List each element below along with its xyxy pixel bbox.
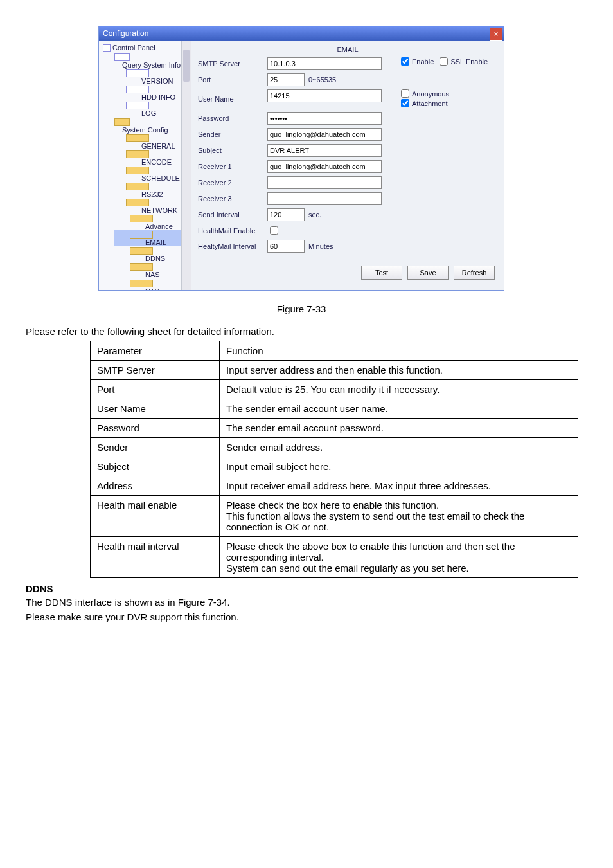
ssl-label: SSL Enable: [450, 58, 488, 66]
folder-icon: [126, 150, 149, 158]
func-cell: Sender email address.: [220, 438, 578, 457]
health-interval-label: HealtyMail Interval: [198, 242, 262, 250]
param-cell: Port: [91, 380, 220, 399]
func-cell: Input server address and then enable thi…: [220, 361, 578, 380]
smtp-label: SMTP Server: [198, 60, 262, 68]
interval-unit: sec.: [308, 211, 321, 219]
port-hint: 0~65535: [308, 76, 336, 84]
panel-icon: [103, 44, 111, 52]
recv1-label: Receiver 1: [198, 163, 262, 170]
folder-icon: [130, 231, 153, 239]
func-cell: Input email subject here.: [220, 457, 578, 476]
folder-icon: [126, 183, 149, 190]
param-cell: Sender: [91, 438, 220, 457]
smtp-input[interactable]: [267, 57, 382, 70]
file-icon: [126, 86, 149, 93]
recv2-label: Receiver 2: [198, 179, 262, 186]
tree-scrollbar[interactable]: [181, 41, 191, 290]
pane-title: EMAIL: [198, 44, 497, 57]
figure-caption: Figure 7-33: [26, 303, 577, 314]
user-input[interactable]: [267, 89, 382, 102]
sender-input[interactable]: [267, 128, 382, 141]
table-row: Health mail intervalPlease check the abo…: [91, 537, 578, 578]
func-cell: Input receiver email address here. Max i…: [220, 476, 578, 496]
recv1-input[interactable]: [267, 160, 382, 173]
table-row: PasswordThe sender email account passwor…: [91, 419, 578, 438]
param-cell: Password: [91, 419, 220, 438]
file-icon: [126, 69, 149, 77]
anon-checkbox[interactable]: [401, 89, 409, 98]
anon-label: Anonymous: [412, 90, 449, 98]
file-icon: [126, 102, 149, 109]
table-row: User NameThe sender email account user n…: [91, 399, 578, 419]
window-titlebar: Configuration ×: [99, 26, 504, 41]
file-icon: [114, 53, 130, 61]
table-row: SenderSender email address.: [91, 438, 578, 457]
param-cell: Health mail enable: [91, 496, 220, 537]
folder-icon: [130, 280, 153, 287]
table-head-param: Parameter: [91, 341, 220, 361]
intro-text: Please refer to the following sheet for …: [26, 326, 577, 337]
window-title: Configuration: [103, 29, 148, 38]
refresh-button[interactable]: Refresh: [454, 266, 495, 280]
subject-input[interactable]: [267, 144, 382, 157]
user-label: User Name: [198, 95, 262, 103]
folder-icon: [130, 247, 153, 255]
ddns-line2: Please make sure your DVR support this f…: [26, 611, 577, 622]
pass-label: Password: [198, 114, 262, 122]
ssl-checkbox[interactable]: [440, 57, 448, 66]
folder-icon: [126, 134, 149, 142]
recv3-input[interactable]: [267, 192, 382, 205]
health-interval-unit: Minutes: [308, 242, 333, 250]
close-icon[interactable]: ×: [490, 28, 502, 41]
sender-label: Sender: [198, 131, 262, 138]
ddns-line1: The DDNS interface is shown as in Figure…: [26, 597, 577, 608]
pass-input[interactable]: [267, 112, 382, 125]
folder-icon: [130, 215, 153, 222]
table-row: SubjectInput email subject here.: [91, 457, 578, 476]
attach-label: Attachment: [412, 100, 448, 107]
func-cell: The sender email account password.: [220, 419, 578, 438]
param-cell: Health mail interval: [91, 537, 220, 578]
port-label: Port: [198, 76, 262, 84]
attach-checkbox[interactable]: [401, 99, 409, 107]
interval-input[interactable]: [267, 208, 305, 221]
recv3-label: Receiver 3: [198, 195, 262, 203]
table-row: PortDefault value is 25. You can modify …: [91, 380, 578, 399]
func-cell: Please check the above box to enable thi…: [220, 537, 578, 578]
test-button[interactable]: Test: [361, 266, 402, 280]
func-cell: Default value is 25. You can modify it i…: [220, 380, 578, 399]
table-row: SMTP ServerInput server address and then…: [91, 361, 578, 380]
health-enable-label: HealthMail Enable: [198, 227, 262, 235]
recv2-input[interactable]: [267, 176, 382, 189]
param-cell: Address: [91, 476, 220, 496]
interval-label: Send Interval: [198, 211, 262, 219]
health-interval-input[interactable]: [267, 240, 305, 253]
enable-checkbox[interactable]: [401, 57, 409, 66]
nav-tree[interactable]: Control Panel Query System Info VERSION …: [99, 41, 191, 290]
folder-icon: [130, 263, 153, 271]
email-pane: EMAIL SMTP Server Enable SSL Enable Port…: [191, 41, 504, 290]
health-enable-checkbox[interactable]: [270, 226, 278, 235]
param-cell: SMTP Server: [91, 361, 220, 380]
param-cell: Subject: [91, 457, 220, 476]
func-cell: Please check the box here to enable this…: [220, 496, 578, 537]
ddns-heading: DDNS: [26, 583, 577, 594]
param-cell: User Name: [91, 399, 220, 419]
tree-item[interactable]: System Config: [114, 126, 191, 134]
folder-icon: [126, 167, 149, 174]
parameter-table: Parameter Function SMTP ServerInput serv…: [90, 341, 578, 578]
tree-root: Control Panel: [112, 44, 155, 51]
folder-icon: [114, 118, 130, 126]
table-head-func: Function: [220, 341, 578, 361]
table-row: AddressInput receiver email address here…: [91, 476, 578, 496]
folder-icon: [126, 199, 149, 206]
tree-item[interactable]: Query System Info: [114, 61, 191, 69]
subject-label: Subject: [198, 147, 262, 154]
port-input[interactable]: [267, 73, 305, 86]
save-button[interactable]: Save: [407, 266, 449, 280]
enable-label: Enable: [412, 58, 434, 66]
configuration-window: Configuration × Control Panel Query Syst…: [98, 26, 504, 291]
func-cell: The sender email account user name.: [220, 399, 578, 419]
table-row: Health mail enablePlease check the box h…: [91, 496, 578, 537]
